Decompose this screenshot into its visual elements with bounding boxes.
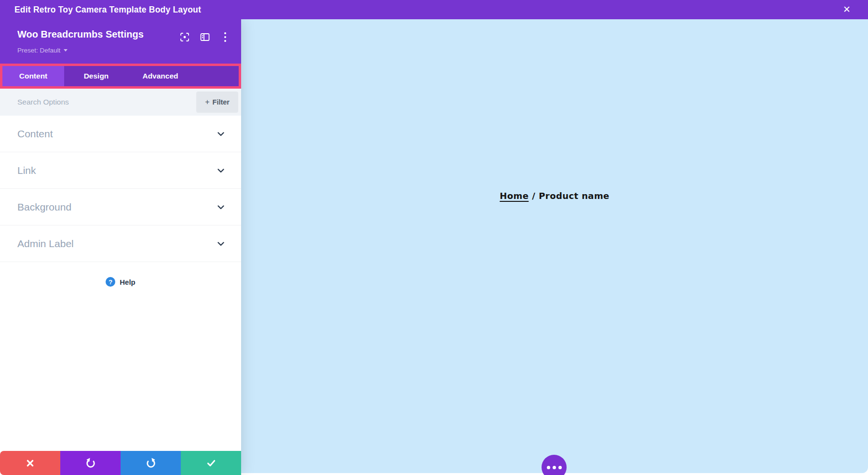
redo-button[interactable] <box>121 451 181 475</box>
preset-caret-icon <box>64 49 68 52</box>
section-label: Link <box>17 165 36 176</box>
zoom-focus-icon[interactable] <box>179 31 190 43</box>
save-button[interactable] <box>181 451 241 475</box>
chevron-down-icon <box>217 203 225 211</box>
section-label: Content <box>17 128 53 140</box>
help-label: Help <box>120 278 136 286</box>
close-icon <box>26 459 34 467</box>
help-icon: ? <box>106 277 115 287</box>
check-icon <box>206 458 216 468</box>
section-label: Admin Label <box>17 238 74 250</box>
tab-content[interactable]: Content <box>2 66 64 86</box>
breadcrumb: Home/Product name <box>241 191 868 201</box>
module-options-button[interactable] <box>542 455 567 475</box>
ellipsis-icon <box>547 466 562 469</box>
cancel-button[interactable] <box>0 451 60 475</box>
accordion-section-content[interactable]: Content <box>0 116 241 152</box>
panel-footer <box>0 451 241 475</box>
chevron-down-icon <box>217 240 225 248</box>
breadcrumb-separator: / <box>532 191 535 201</box>
search-row: +Filter <box>0 89 241 116</box>
kebab-menu-icon[interactable] <box>219 31 231 43</box>
chevron-down-icon <box>217 130 225 138</box>
page-title: Edit Retro Toy Camera Template Body Layo… <box>14 0 201 19</box>
breadcrumb-current: Product name <box>539 191 609 201</box>
tab-design[interactable]: Design <box>64 66 128 86</box>
search-input[interactable] <box>0 89 183 116</box>
undo-button[interactable] <box>60 451 121 475</box>
close-icon[interactable]: ✕ <box>836 0 857 19</box>
redo-icon <box>146 458 156 468</box>
filter-button[interactable]: +Filter <box>196 92 238 113</box>
plus-icon: + <box>205 98 209 106</box>
preset-label: Preset: Default <box>17 47 60 54</box>
breadcrumb-home-link[interactable]: Home <box>500 191 529 201</box>
options-accordion: Content Link Background Admin Label <box>0 116 241 262</box>
help-link[interactable]: ? Help <box>0 277 241 287</box>
accordion-section-admin-label[interactable]: Admin Label <box>0 225 241 262</box>
chevron-down-icon <box>217 167 225 174</box>
settings-tabs: Content Design Advanced <box>0 64 241 89</box>
panel-header: Woo Breadcrumbs Settings Preset: Default <box>0 19 241 64</box>
top-bar: Edit Retro Toy Camera Template Body Layo… <box>0 0 868 19</box>
filter-button-label: Filter <box>213 98 230 106</box>
settings-panel: Woo Breadcrumbs Settings Preset: Default <box>0 19 241 475</box>
panel-title: Woo Breadcrumbs Settings <box>17 29 144 40</box>
accordion-section-link[interactable]: Link <box>0 152 241 189</box>
split-view-icon[interactable] <box>199 31 211 43</box>
tab-advanced[interactable]: Advanced <box>128 66 192 86</box>
undo-icon <box>85 458 96 468</box>
accordion-section-background[interactable]: Background <box>0 189 241 225</box>
preset-selector[interactable]: Preset: Default <box>17 47 68 54</box>
section-label: Background <box>17 201 71 213</box>
